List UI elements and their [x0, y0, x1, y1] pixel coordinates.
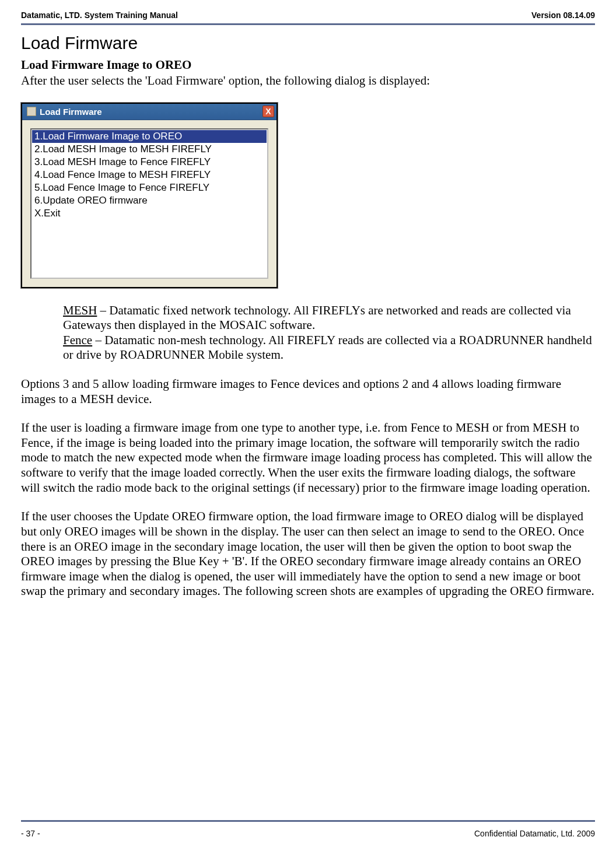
- dialog-screenshot: Load Firmware X 1.Load Firmware Image to…: [21, 103, 595, 288]
- paragraph-loading: If the user is loading a firmware image …: [21, 421, 595, 495]
- header: Datamatic, LTD. System Training Manual V…: [21, 10, 595, 23]
- titlebar-left: Load Firmware: [27, 107, 102, 117]
- list-item[interactable]: 5.Load Fence Image to Fence FIREFLY: [32, 181, 267, 194]
- fence-text: – Datamatic non-mesh technology. All FIR…: [63, 333, 592, 362]
- fence-definition: Fence – Datamatic non-mesh technology. A…: [63, 333, 595, 363]
- dialog-titlebar: Load Firmware X: [22, 104, 276, 120]
- intro-paragraph: After the user selects the 'Load Firmwar…: [21, 73, 595, 89]
- close-button[interactable]: X: [262, 106, 274, 117]
- footer: - 37 - Confidential Datamatic, Ltd. 2009: [21, 829, 595, 838]
- header-left: Datamatic, LTD. System Training Manual: [21, 10, 178, 20]
- list-item[interactable]: X.Exit: [32, 207, 267, 220]
- subsection-title: Load Firmware Image to OREO: [21, 58, 595, 72]
- footer-rule: [21, 820, 595, 822]
- mesh-definition: MESH – Datamatic fixed network technolog…: [63, 303, 595, 333]
- list-item[interactable]: 3.Load MESH Image to Fence FIREFLY: [32, 156, 267, 169]
- dialog-body: 1.Load Firmware Image to OREO 2.Load MES…: [22, 120, 276, 287]
- listbox[interactable]: 1.Load Firmware Image to OREO 2.Load MES…: [30, 128, 268, 279]
- load-firmware-dialog: Load Firmware X 1.Load Firmware Image to…: [21, 103, 278, 288]
- fence-term: Fence: [63, 333, 92, 347]
- app-icon: [27, 107, 36, 116]
- header-rule: [21, 23, 595, 25]
- definitions-block: MESH – Datamatic fixed network technolog…: [63, 303, 595, 363]
- mesh-text: – Datamatic fixed network technology. Al…: [63, 303, 571, 332]
- paragraph-options: Options 3 and 5 allow loading firmware i…: [21, 377, 595, 407]
- footer-right: Confidential Datamatic, Ltd. 2009: [474, 829, 595, 838]
- dialog-title: Load Firmware: [40, 107, 102, 117]
- header-right: Version 08.14.09: [531, 10, 595, 20]
- list-item[interactable]: 6.Update OREO firmware: [32, 194, 267, 207]
- list-item[interactable]: 2.Load MESH Image to MESH FIREFLY: [32, 143, 267, 156]
- paragraph-oreo: If the user chooses the Update OREO firm…: [21, 509, 595, 599]
- page-number: - 37 -: [21, 829, 40, 838]
- list-item[interactable]: 1.Load Firmware Image to OREO: [32, 130, 267, 143]
- list-item[interactable]: 4.Load Fence Image to MESH FIREFLY: [32, 169, 267, 181]
- section-title: Load Firmware: [21, 33, 595, 53]
- mesh-term: MESH: [63, 303, 97, 317]
